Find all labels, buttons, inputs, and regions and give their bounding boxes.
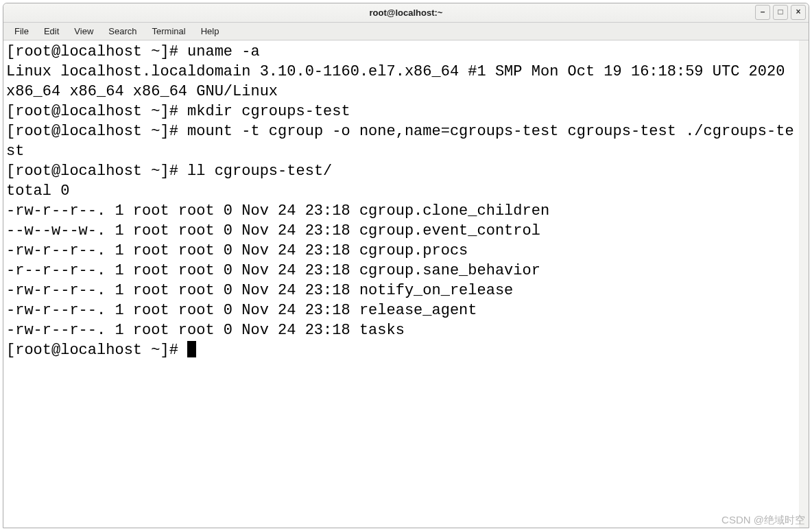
out-uname: Linux localhost.localdomain 3.10.0-1160.… bbox=[6, 63, 794, 100]
out-total: total 0 bbox=[6, 182, 69, 200]
menu-help[interactable]: Help bbox=[194, 24, 226, 38]
menu-terminal[interactable]: Terminal bbox=[145, 24, 193, 38]
menu-edit[interactable]: Edit bbox=[37, 24, 66, 38]
titlebar[interactable]: root@localhost:~ – □ × bbox=[3, 3, 809, 23]
menu-search[interactable]: Search bbox=[102, 24, 143, 38]
close-button[interactable]: × bbox=[791, 5, 806, 20]
prompt: [root@localhost ~]# bbox=[6, 103, 187, 120]
ls-row: -rw-r--r--. 1 root root 0 Nov 24 23:18 r… bbox=[6, 302, 477, 319]
ls-row: -rw-r--r--. 1 root root 0 Nov 24 23:18 c… bbox=[6, 242, 468, 259]
ls-row: -rw-r--r--. 1 root root 0 Nov 24 23:18 t… bbox=[6, 322, 405, 339]
prompt: [root@localhost ~]# bbox=[6, 342, 187, 359]
cmd-ll: ll cgroups-test/ bbox=[187, 163, 332, 180]
prompt: [root@localhost ~]# bbox=[6, 163, 187, 180]
prompt: [root@localhost ~]# bbox=[6, 43, 187, 60]
cmd-mkdir: mkdir cgroups-test bbox=[187, 103, 350, 120]
cursor-icon bbox=[187, 341, 196, 357]
ls-row: -rw-r--r--. 1 root root 0 Nov 24 23:18 n… bbox=[6, 282, 513, 299]
prompt: [root@localhost ~]# bbox=[6, 123, 187, 140]
ls-row: --w--w--w-. 1 root root 0 Nov 24 23:18 c… bbox=[6, 222, 540, 239]
terminal-body[interactable]: [root@localhost ~]# uname -a Linux local… bbox=[3, 40, 809, 528]
window-controls: – □ × bbox=[755, 5, 806, 20]
maximize-button[interactable]: □ bbox=[773, 5, 788, 20]
ls-row: -r--r--r--. 1 root root 0 Nov 24 23:18 c… bbox=[6, 262, 540, 279]
menubar: File Edit View Search Terminal Help bbox=[3, 23, 809, 40]
terminal-window: root@localhost:~ – □ × File Edit View Se… bbox=[3, 3, 809, 528]
window-title: root@localhost:~ bbox=[3, 8, 809, 18]
ls-row: -rw-r--r--. 1 root root 0 Nov 24 23:18 c… bbox=[6, 202, 549, 220]
minimize-button[interactable]: – bbox=[755, 5, 770, 20]
cmd-uname: uname -a bbox=[187, 43, 260, 60]
menu-file[interactable]: File bbox=[8, 24, 36, 38]
menu-view[interactable]: View bbox=[67, 24, 100, 38]
